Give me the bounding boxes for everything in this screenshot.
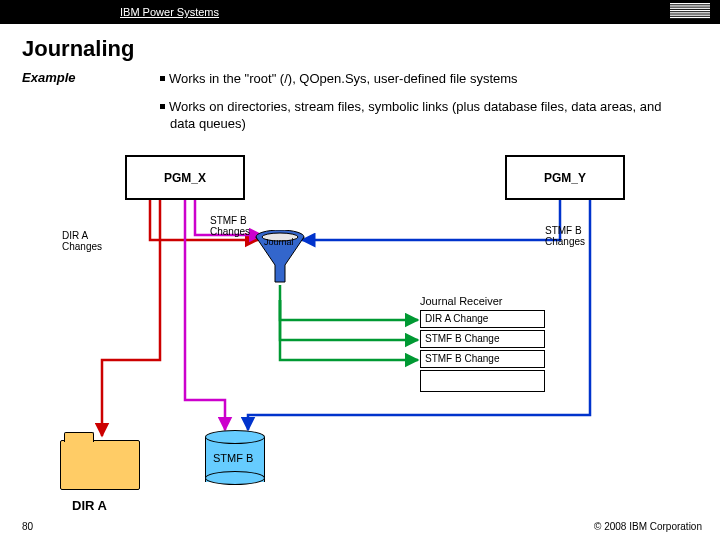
journaling-diagram: PGM_X PGM_Y DIR A Changes STMF B Changes…: [0, 140, 720, 510]
bullet-item: Works on directories, stream files, symb…: [160, 98, 690, 133]
svg-rect-1: [670, 5, 710, 6]
receiver-entry: DIR A Change: [420, 310, 545, 328]
page-number: 80: [22, 521, 33, 532]
dir-a-changes-label: DIR A Changes: [62, 230, 102, 252]
copyright: © 2008 IBM Corporation: [594, 521, 702, 532]
stmf-b-label: STMF B: [213, 452, 253, 464]
svg-rect-2: [670, 8, 710, 9]
header-bar: IBM Power Systems: [0, 0, 720, 24]
receiver-entry: STMF B Change: [420, 350, 545, 368]
bullet-list: Works in the "root" (/), QOpen.Sys, user…: [160, 70, 690, 143]
bullet-text: Works on directories, stream files, symb…: [169, 99, 662, 132]
journal-label: Journal: [264, 238, 294, 248]
bullet-item: Works in the "root" (/), QOpen.Sys, user…: [160, 70, 690, 88]
folder-icon: [60, 440, 140, 490]
bullet-icon: [160, 104, 165, 109]
bullet-icon: [160, 76, 165, 81]
svg-rect-0: [670, 3, 710, 4]
dir-a-label: DIR A: [72, 498, 107, 513]
stmf-b-changes-left-label: STMF B Changes: [210, 215, 250, 237]
pgm-x-box: PGM_X: [125, 155, 245, 200]
svg-rect-3: [670, 10, 710, 11]
svg-rect-5: [670, 15, 710, 16]
page-subtitle: Example: [22, 70, 75, 85]
brand-text: IBM Power Systems: [120, 6, 219, 18]
journal-receiver-title: Journal Receiver: [420, 295, 503, 307]
svg-rect-6: [670, 17, 710, 18]
ibm-logo-icon: [670, 3, 710, 21]
pgm-y-box: PGM_Y: [505, 155, 625, 200]
receiver-entry: STMF B Change: [420, 330, 545, 348]
stmf-b-changes-right-label: STMF B Changes: [545, 225, 585, 247]
bullet-text: Works in the "root" (/), QOpen.Sys, user…: [169, 71, 518, 86]
svg-rect-4: [670, 12, 710, 13]
receiver-entry: [420, 370, 545, 392]
page-title: Journaling: [22, 36, 720, 62]
